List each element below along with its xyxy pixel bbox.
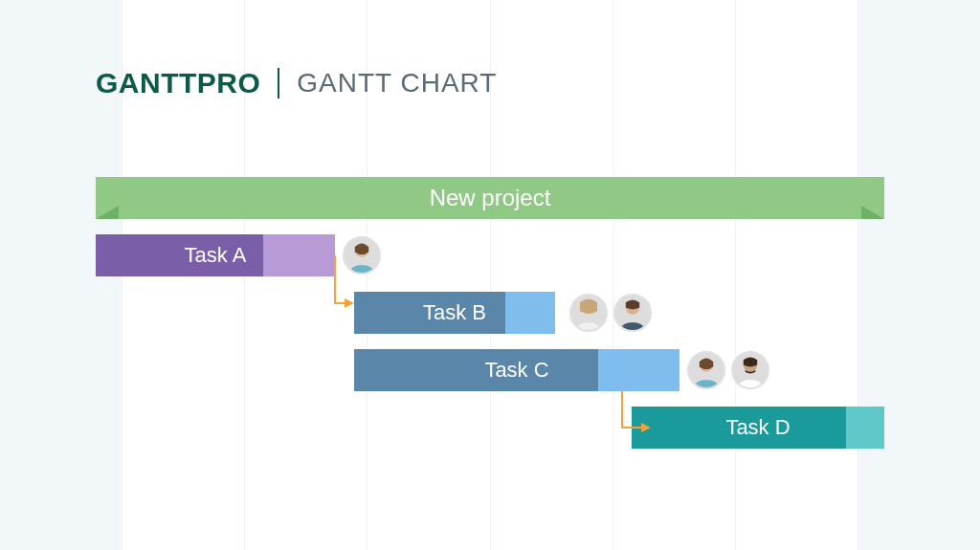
task-label-c: Task C (354, 358, 679, 383)
header-divider (278, 68, 279, 99)
project-label: New project (430, 185, 551, 211)
svg-marker-6 (641, 423, 651, 432)
task-c-assignees (687, 351, 769, 389)
page-title: GANTT CHART (297, 68, 497, 99)
task-bar-a[interactable]: Task A (96, 234, 335, 276)
task-bar-d[interactable]: Task D (632, 407, 884, 449)
header: GANTTPRO GANTT CHART (96, 67, 497, 99)
avatar-icon (613, 294, 652, 332)
task-row-d: Task D (96, 407, 884, 452)
task-label-a: Task A (96, 243, 335, 268)
task-row-a: Task A (96, 234, 884, 280)
task-row-c: Task C (96, 349, 884, 395)
avatar-icon (569, 294, 608, 332)
task-row-b: Task B (96, 292, 884, 338)
task-label-b: Task B (354, 300, 555, 325)
brand-logo: GANTTPRO (96, 67, 260, 99)
task-bar-c[interactable]: Task C (354, 349, 679, 391)
dependency-c-to-d (622, 391, 660, 443)
task-label-d: Task D (632, 415, 884, 440)
dependency-a-to-b (335, 255, 364, 317)
svg-marker-1 (345, 298, 354, 308)
avatar-icon (731, 351, 769, 389)
task-bar-b[interactable]: Task B (354, 292, 555, 334)
task-b-assignees (569, 294, 652, 332)
project-summary-bar[interactable]: New project (96, 177, 884, 219)
gantt-chart: New project Task A Task B (96, 177, 884, 464)
avatar-icon (687, 351, 725, 389)
